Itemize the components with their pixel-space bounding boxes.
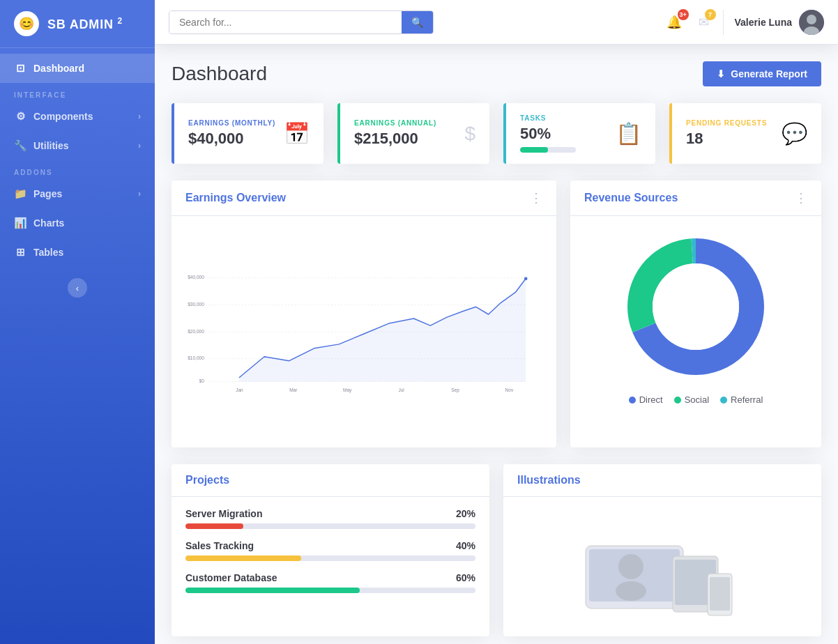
gear-icon: ⚙ xyxy=(14,110,26,123)
avatar-image xyxy=(799,10,824,35)
page-title: Dashboard xyxy=(172,63,267,85)
section-label-interface: INTERFACE xyxy=(0,83,155,102)
legend-label-referral: Referral xyxy=(731,394,763,405)
svg-text:$30,000: $30,000 xyxy=(188,302,204,307)
svg-text:$20,000: $20,000 xyxy=(188,329,204,334)
project-name-1: Sales Tracking xyxy=(185,540,254,551)
sidebar-item-pages[interactable]: 📁 Pages › xyxy=(0,179,155,208)
comment-icon: 💬 xyxy=(782,121,807,146)
svg-text:$40,000: $40,000 xyxy=(188,275,204,279)
project-header-0: Server Migration 20% xyxy=(185,508,475,519)
project-item-2: Customer Database 60% xyxy=(185,572,475,593)
project-item-1: Sales Tracking 40% xyxy=(185,540,475,561)
content-area: Dashboard ⬇ Generate Report EARNINGS (MO… xyxy=(155,45,838,644)
user-menu[interactable]: Valerie Luna xyxy=(735,10,824,35)
tasks-progress-container xyxy=(520,147,576,153)
stat-label-tasks: TASKS xyxy=(520,114,576,122)
stat-cards-container: EARNINGS (MONTHLY) $40,000 📅 EARNINGS (A… xyxy=(172,103,821,164)
wrench-icon: 🔧 xyxy=(14,139,26,152)
sidebar-item-components[interactable]: ⚙ Components › xyxy=(0,102,155,131)
sidebar: 😊 SB ADMIN 2 ⊡ Dashboard INTERFACE ⚙ Com… xyxy=(0,0,155,644)
sidebar-item-charts[interactable]: 📊 Charts xyxy=(0,208,155,238)
svg-text:May: May xyxy=(343,388,352,393)
messages-button[interactable]: ✉ 7 xyxy=(696,12,712,33)
donut-container: Direct Social Referral xyxy=(570,216,821,419)
messages-badge: 7 xyxy=(705,9,716,20)
svg-marker-19 xyxy=(239,279,526,382)
generate-report-button[interactable]: ⬇ Generate Report xyxy=(703,61,821,86)
project-fill-0 xyxy=(185,523,243,529)
project-fill-1 xyxy=(185,555,301,561)
sidebar-item-label-charts: Charts xyxy=(33,217,64,229)
search-input[interactable] xyxy=(169,11,402,33)
revenue-chart-title: Revenue Sources xyxy=(584,192,678,204)
legend-dot-referral xyxy=(720,397,727,404)
svg-text:Nov: Nov xyxy=(505,388,514,392)
bottom-row: Projects Server Migration 20% xyxy=(172,464,821,636)
sidebar-item-utilities[interactable]: 🔧 Utilities › xyxy=(0,131,155,160)
project-fill-2 xyxy=(185,588,360,593)
user-name: Valerie Luna xyxy=(735,17,792,28)
project-item-0: Server Migration 20% xyxy=(185,508,475,529)
sidebar-item-label-tables: Tables xyxy=(33,247,63,258)
legend-label-social: Social xyxy=(685,394,709,405)
sidebar-collapse-button[interactable]: ‹ xyxy=(68,278,87,298)
svg-point-1 xyxy=(807,15,816,24)
legend-label-direct: Direct xyxy=(639,394,663,405)
dollar-icon: $ xyxy=(464,123,475,145)
topbar: 🔍 🔔 3+ ✉ 7 Valerie Luna xyxy=(155,0,838,45)
brand-logo-emoji: 😊 xyxy=(19,16,35,31)
projects-card-header: Projects xyxy=(172,464,489,497)
stat-label-pending: PENDING REQUESTS xyxy=(686,119,767,127)
sidebar-item-dashboard[interactable]: ⊡ Dashboard xyxy=(0,54,155,83)
svg-text:Sep: Sep xyxy=(451,388,459,393)
sidebar-brand[interactable]: 😊 SB ADMIN 2 xyxy=(0,0,155,48)
earnings-line-chart: $40,000 $30,000 $20,000 $10,000 $0 Jan M… xyxy=(185,227,542,436)
search-container: 🔍 xyxy=(169,10,434,34)
charts-row: Earnings Overview ⋮ $40,000 xyxy=(172,181,821,447)
earnings-menu-button[interactable]: ⋮ xyxy=(530,190,542,206)
legend-dot-social xyxy=(674,397,681,404)
tasks-progress-fill xyxy=(520,147,548,153)
stat-card-tasks: TASKS 50% 📋 xyxy=(503,103,655,164)
brand-name: SB ADMIN 2 xyxy=(47,16,123,32)
folder-icon: 📁 xyxy=(14,187,26,200)
project-pct-2: 60% xyxy=(456,572,475,583)
stat-value-monthly: $40,000 xyxy=(188,130,275,148)
earnings-card-body: $40,000 $30,000 $20,000 $10,000 $0 Jan M… xyxy=(172,216,556,447)
project-name-2: Customer Database xyxy=(185,572,277,583)
chevron-right-icon-2: › xyxy=(138,141,141,151)
stat-card-left-pending: PENDING REQUESTS 18 xyxy=(686,119,767,148)
download-icon: ⬇ xyxy=(717,68,725,79)
revenue-card-header: Revenue Sources ⋮ xyxy=(570,181,821,216)
illustrations-card-body xyxy=(503,497,821,636)
projects-card: Projects Server Migration 20% xyxy=(172,464,489,636)
sidebar-item-label-pages: Pages xyxy=(33,188,62,199)
sidebar-item-label-components: Components xyxy=(33,111,93,122)
sidebar-item-label-utilities: Utilities xyxy=(33,140,69,151)
svg-point-28 xyxy=(616,581,646,601)
stat-value-annual: $215,000 xyxy=(354,130,436,148)
search-icon: 🔍 xyxy=(411,17,423,28)
svg-text:$0: $0 xyxy=(199,378,205,383)
alerts-button[interactable]: 🔔 3+ xyxy=(664,12,685,33)
illustrations-card: Illustrations xyxy=(503,464,821,636)
stat-card-left: EARNINGS (MONTHLY) $40,000 xyxy=(188,119,275,148)
svg-point-27 xyxy=(618,554,643,579)
legend-direct: Direct xyxy=(629,394,663,405)
illustrations-card-header: Illustrations xyxy=(503,464,821,497)
illustration-graphic xyxy=(565,511,760,622)
tachometer-icon: ⊡ xyxy=(14,62,26,75)
search-button[interactable]: 🔍 xyxy=(402,11,433,33)
stat-label-monthly: EARNINGS (MONTHLY) xyxy=(188,119,275,127)
stat-card-left-annual: EARNINGS (ANNUAL) $215,000 xyxy=(354,119,436,148)
revenue-menu-button[interactable]: ⋮ xyxy=(795,190,807,206)
sidebar-item-tables[interactable]: ⊞ Tables xyxy=(0,238,155,267)
project-header-2: Customer Database 60% xyxy=(185,572,475,583)
chevron-right-icon-3: › xyxy=(138,189,141,199)
stat-card-annual: EARNINGS (ANNUAL) $215,000 $ xyxy=(337,103,489,164)
project-progress-2 xyxy=(185,588,475,593)
legend-referral: Referral xyxy=(720,394,763,405)
legend-dot-direct xyxy=(629,397,636,404)
donut-legend: Direct Social Referral xyxy=(629,394,763,405)
